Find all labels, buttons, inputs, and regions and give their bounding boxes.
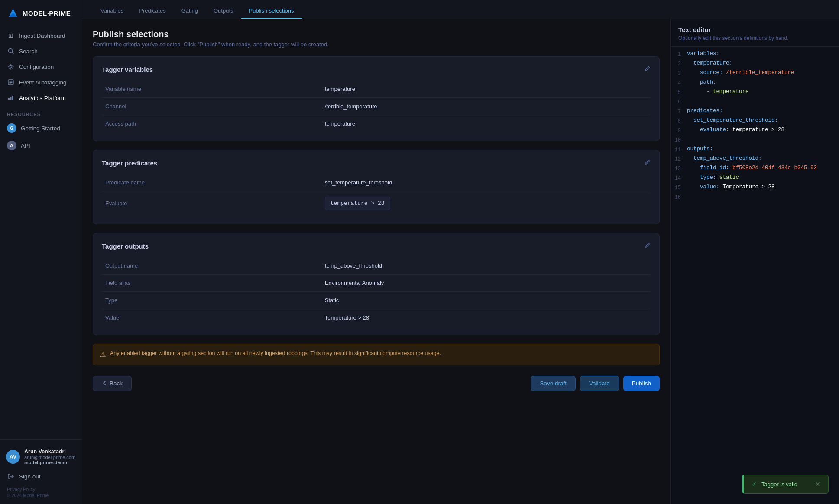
- svg-line-3: [12, 52, 14, 54]
- card-title-predicates: Tagger predicates: [102, 159, 157, 167]
- tab-variables[interactable]: Variables: [93, 3, 131, 19]
- editor-body[interactable]: 1 variables: 2 temperature: 3 source: /t…: [671, 47, 839, 504]
- logo-text: MODEL·PRIME: [23, 10, 71, 17]
- row-label: Access path: [102, 115, 321, 132]
- publish-button[interactable]: Publish: [623, 376, 660, 391]
- table-row: Access path temperature: [102, 115, 651, 132]
- table-row: Type Static: [102, 292, 651, 309]
- code-line-4: 4 path:: [671, 79, 839, 88]
- copyright: © 2024 Model-Prime: [7, 493, 75, 498]
- user-section: AV Arun Venkatadri arun@model-prime.com …: [0, 445, 82, 468]
- sidebar-item-label: Getting Started: [21, 125, 60, 132]
- svg-rect-10: [10, 97, 12, 100]
- resources-label: Resources: [0, 106, 82, 120]
- edit-outputs-icon[interactable]: [644, 242, 651, 250]
- code-line-3: 3 source: /terrible_temperature: [671, 69, 839, 79]
- svg-point-4: [10, 66, 12, 68]
- logo: MODEL·PRIME: [0, 0, 82, 24]
- editor-subtitle: Optionally edit this section's definitio…: [678, 35, 831, 41]
- row-value: /terrible_temperature: [321, 98, 651, 115]
- editor-header: Text editor Optionally edit this section…: [671, 19, 839, 47]
- left-panel: Publish selections Confirm the criteria …: [82, 19, 670, 504]
- analytics-platform-icon: [7, 94, 15, 102]
- warning-icon: ⚠: [100, 350, 106, 360]
- code-line-8: 8 set_temperature_threshold:: [671, 117, 839, 126]
- row-value: set_temperature_threshold: [321, 174, 651, 191]
- sidebar-item-getting-started[interactable]: G Getting Started: [0, 120, 82, 137]
- logo-icon: [7, 7, 19, 19]
- sidebar-item-label: Event Autotagging: [19, 79, 67, 86]
- tab-outputs[interactable]: Outputs: [206, 3, 241, 19]
- card-header-variables: Tagger variables: [102, 65, 651, 74]
- save-draft-button[interactable]: Save draft: [531, 376, 576, 391]
- table-row: Output name temp_above_threshold: [102, 257, 651, 275]
- card-title-outputs: Tagger outputs: [102, 242, 149, 250]
- back-arrow-icon: [102, 381, 107, 386]
- configuration-icon: [7, 63, 15, 71]
- warning-text: Any enabled tagger without a gating sect…: [110, 349, 441, 358]
- code-line-7: 7 predicates:: [671, 107, 839, 117]
- svg-rect-11: [12, 96, 13, 100]
- row-label: Output name: [102, 257, 321, 275]
- user-name: Arun Venkatadri: [24, 449, 75, 455]
- row-label: Variable name: [102, 81, 321, 98]
- tagger-predicates-card: Tagger predicates Predicate name set_tem…: [93, 150, 660, 224]
- tab-gating[interactable]: Gating: [174, 3, 206, 19]
- privacy-link[interactable]: Privacy Policy: [7, 487, 75, 492]
- warning-bar: ⚠ Any enabled tagger without a gating se…: [93, 344, 660, 365]
- outputs-table: Output name temp_above_threshold Field a…: [102, 257, 651, 326]
- toast-check-icon: ✓: [752, 480, 757, 488]
- content-area: Publish selections Confirm the criteria …: [82, 19, 839, 504]
- table-row: Value Temperature > 28: [102, 309, 651, 326]
- code-line-11: 11 outputs:: [671, 145, 839, 155]
- sidebar-item-search[interactable]: Search: [0, 43, 82, 59]
- validate-button[interactable]: Validate: [580, 376, 619, 391]
- code-line-6: 6: [671, 98, 839, 107]
- back-button[interactable]: Back: [93, 376, 132, 391]
- row-label: Type: [102, 292, 321, 309]
- code-line-16: 16: [671, 193, 839, 203]
- table-row: Field alias Environmental Anomaly: [102, 275, 651, 292]
- sign-out-label: Sign out: [19, 473, 41, 480]
- code-line-15: 15 value: Temperature > 28: [671, 184, 839, 193]
- toast-message: Tagger is valid: [761, 481, 797, 488]
- event-autotagging-icon: [7, 78, 15, 86]
- row-label: Field alias: [102, 275, 321, 292]
- tagger-outputs-card: Tagger outputs Output name temp_above_th…: [93, 233, 660, 335]
- code-line-9: 9 evaluate: temperature > 28: [671, 126, 839, 136]
- code-line-10: 10: [671, 136, 839, 145]
- user-info: Arun Venkatadri arun@model-prime.com mod…: [24, 449, 75, 465]
- tab-publish-selections[interactable]: Publish selections: [241, 3, 302, 19]
- row-value: temperature: [321, 115, 651, 132]
- row-label: Predicate name: [102, 174, 321, 191]
- tab-predicates[interactable]: Predicates: [131, 3, 173, 19]
- sign-out-button[interactable]: Sign out: [0, 468, 82, 484]
- sidebar-item-ingest-dashboard[interactable]: ⊞ Ingest Dashboard: [0, 28, 82, 43]
- table-row: Predicate name set_temperature_threshold: [102, 174, 651, 191]
- edit-variables-icon[interactable]: [644, 65, 651, 74]
- toast-close-button[interactable]: ✕: [815, 481, 820, 488]
- row-label: Value: [102, 309, 321, 326]
- tagger-valid-toast: ✓ Tagger is valid ✕: [742, 475, 829, 494]
- search-icon: [7, 47, 15, 55]
- text-editor-panel: Text editor Optionally edit this section…: [670, 19, 839, 504]
- table-row: Variable name temperature: [102, 81, 651, 98]
- api-avatar: A: [7, 141, 16, 150]
- sidebar-item-event-autotagging[interactable]: Event Autotagging: [0, 74, 82, 90]
- table-row: Evaluate temperature > 28: [102, 191, 651, 216]
- card-header-outputs: Tagger outputs: [102, 242, 651, 250]
- sidebar-item-label: Search: [19, 48, 38, 55]
- edit-predicates-icon[interactable]: [644, 159, 651, 167]
- sidebar-bottom: AV Arun Venkatadri arun@model-prime.com …: [0, 439, 82, 504]
- sidebar-item-api[interactable]: A API: [0, 137, 82, 154]
- sidebar-item-configuration[interactable]: Configuration: [0, 59, 82, 74]
- row-value: temp_above_threshold: [321, 257, 651, 275]
- row-label: Evaluate: [102, 191, 321, 216]
- sidebar-item-label: Configuration: [19, 64, 54, 70]
- row-value: temperature > 28: [321, 191, 651, 216]
- svg-rect-9: [8, 98, 10, 100]
- card-title-variables: Tagger variables: [102, 66, 153, 73]
- top-nav: Variables Predicates Gating Outputs Publ…: [82, 0, 839, 19]
- getting-started-avatar: G: [7, 123, 16, 133]
- sidebar-item-analytics-platform[interactable]: Analytics Platform: [0, 90, 82, 106]
